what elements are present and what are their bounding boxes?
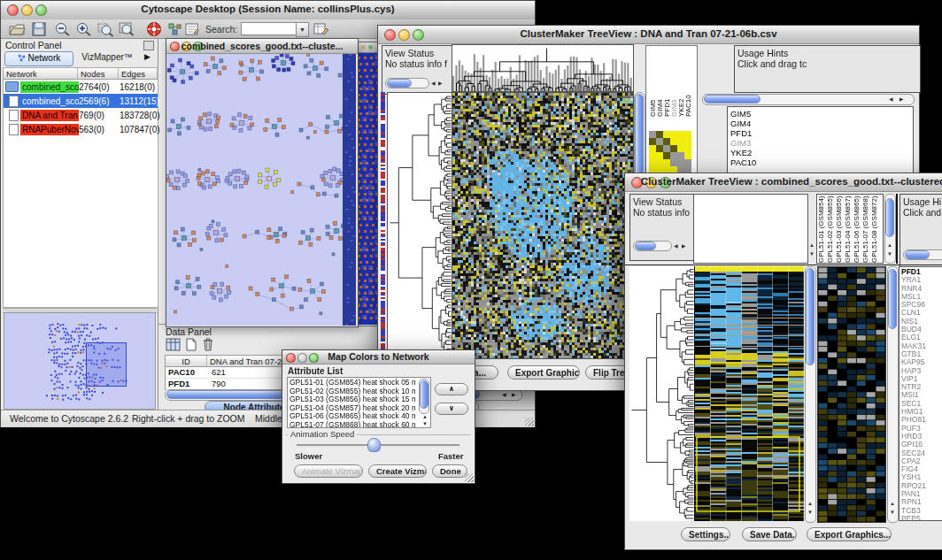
gene-item[interactable]: CPA2 [901,457,942,465]
zoom-fit-icon[interactable] [118,21,135,37]
gene-item[interactable]: TCB3 [901,507,942,515]
document-icon[interactable] [185,338,197,351]
attribute-list-vscrollbar[interactable] [419,379,429,414]
attribute-list[interactable]: GPL51-01 (GSM854) heat shock 05 minGPL51… [287,377,431,428]
gene-item[interactable]: CLN1 [901,309,942,317]
table-icon[interactable] [166,338,181,351]
map-colors-dialog[interactable]: Map Colors to Network Attribute List GPL… [282,349,475,484]
column-labels-vscrollbar[interactable]: ▲ ▼ [884,194,896,264]
scroll-up-icon[interactable]: ▲ [422,414,428,419]
search-input[interactable] [241,22,297,35]
treeview-button-settings[interactable]: Settings... [681,527,730,541]
resize-grip[interactable] [465,473,474,482]
birdseye-overview-canvas[interactable] [4,312,156,410]
network-list-row[interactable]: DNA and Tran 07769(0)183728(0) [4,108,158,122]
treeview2-window[interactable]: ClusterMaker TreeView : combined_scores_… [624,173,942,550]
heatmap-canvas[interactable] [694,266,804,521]
treeview1-titlebar[interactable]: ClusterMaker TreeView : DNA and Tran 07-… [378,26,919,44]
heatmap-canvas[interactable] [452,92,634,359]
column-dendrogram-canvas[interactable] [452,44,634,92]
scroll-right-icon[interactable]: ▶ [900,96,904,102]
dialog-titlebar[interactable]: Map Colors to Network [282,350,475,364]
gene-item[interactable]: GTB1 [901,350,942,358]
annotations-icon[interactable] [183,21,201,37]
network-view-titlebar[interactable]: combined_scores_good.txt--cluste... [166,39,358,54]
gene-item[interactable]: NIS1 [901,318,942,326]
scroll-left-icon[interactable]: ◀ [502,392,506,397]
scroll-up-icon[interactable]: ▲ [887,242,892,248]
gene-item[interactable]: PFD1 [730,128,910,138]
id-column-header[interactable]: ID [166,356,207,367]
zoom-selected-icon[interactable] [97,21,114,37]
move-up-button[interactable]: ∧ [435,383,468,395]
scroll-left-icon[interactable]: ◀ [889,96,893,102]
attribute-list-item[interactable]: GPL51-06 (GSM865) heat shock 40 min [290,412,415,421]
col-edges[interactable]: Edges [119,68,158,80]
gene-item[interactable]: PFD1 [901,268,942,276]
gene-item[interactable]: GIM4 [730,119,910,128]
row-dendrogram-canvas[interactable] [387,92,452,359]
scroll-down-icon[interactable]: ▼ [890,510,895,515]
gene-item[interactable]: SEC24 [901,449,942,457]
scroll-up-icon[interactable]: ▲ [890,501,895,506]
gene-item[interactable]: SEC1 [901,400,942,408]
gene-item[interactable]: FIG4 [901,465,942,473]
tab-vizmapper[interactable]: VizMapper™ [73,51,141,65]
gene-item[interactable]: PUF3 [901,425,942,433]
scroll-up-icon[interactable]: ▲ [809,242,815,248]
gene-item[interactable]: MSL1 [901,293,942,301]
gene-item[interactable]: PHO81 [901,416,942,424]
zoom-detail-canvas[interactable] [817,266,886,523]
gene-item[interactable]: KAP95 [901,358,942,366]
gene-list-hscrollbar[interactable]: ◀ ▶ [702,94,915,105]
col-network[interactable]: Network [4,68,78,80]
save-disk-icon[interactable] [30,21,48,37]
attribute-list-item[interactable]: GPL51-07 (GSM868) heat shock 60 min [290,421,415,429]
gene-item[interactable]: PAN1 [901,490,942,498]
vizmapper-icon[interactable] [166,21,184,37]
scroll-down-icon[interactable]: ▼ [422,421,428,426]
attribute-list-item[interactable]: GPL51-02 (GSM855) heat shock 10 min [290,387,415,396]
main-titlebar[interactable]: Cytoscape Desktop (Session Name: collins… [1,1,535,20]
row-dendrogram-canvas[interactable] [629,266,694,521]
scroll-down-icon[interactable]: ▼ [887,251,892,257]
scroll-right-icon[interactable]: ▶ [512,392,516,397]
tab-network[interactable]: Network [4,51,73,66]
zoom-in-icon[interactable] [75,21,93,37]
gene-item[interactable]: RPN1 [901,498,942,506]
view-status-scrollbar[interactable] [633,241,672,251]
gene-item[interactable]: BUD4 [901,326,942,334]
speed-slider-thumb[interactable] [367,438,381,452]
scroll-down-icon[interactable]: ▼ [809,251,815,257]
network-view-window[interactable]: combined_scores_good.txt--cluste... [166,38,359,327]
scroll-left-icon[interactable]: ◀ [431,81,436,86]
view-status-scrollbar[interactable] [385,78,429,88]
gene-list[interactable]: PFD1YRA1RNR4MSL1SPC98CLN1NIS1BUD4ELG1MAK… [899,266,942,521]
minimize-button[interactable] [361,45,366,50]
col-nodes[interactable]: Nodes [78,68,119,80]
gene-item[interactable]: RNR4 [901,285,942,293]
move-down-button[interactable]: ∨ [435,403,468,415]
mini-correlation-matrix-canvas[interactable] [649,131,691,173]
gene-item[interactable]: NTR2 [901,383,942,391]
scroll-down-icon[interactable]: ▼ [807,510,813,515]
zoom-out-icon[interactable] [54,21,72,37]
network-list-row[interactable]: combined_scores2764(0)16218(0) [4,80,158,94]
gene-item[interactable]: HMG1 [901,408,942,416]
attribute-list-item[interactable]: GPL51-04 (GSM857) heat shock 20 min [290,404,415,413]
gene-item[interactable]: HRD3 [901,433,942,441]
tab-overflow-arrow[interactable]: ▶ [144,52,151,61]
network-list-row[interactable]: RNAPuberNov2+I563(0)107847(0) [4,122,158,136]
attribute-list-item[interactable]: GPL51-03 (GSM856) heat shock 15 min [290,395,415,404]
scroll-up-icon[interactable]: ▲ [807,501,813,506]
gene-item[interactable]: ELG1 [901,334,942,341]
treeview-button-export-graphics[interactable]: Export Graphics... [807,527,892,541]
heatmap-vscrollbar[interactable]: ▲ ▼ [805,266,816,523]
gene-item[interactable]: GIM3 [730,138,910,148]
gene-item[interactable]: GPI16 [901,441,942,449]
gene-item[interactable]: MAK31 [901,342,942,350]
gene-item[interactable]: SPC98 [901,301,942,309]
gene-item[interactable]: RPO21 [901,482,942,490]
treeview2-titlebar[interactable]: ClusterMaker TreeView : combined_scores_… [625,173,942,192]
done-button[interactable]: Done [432,464,467,478]
